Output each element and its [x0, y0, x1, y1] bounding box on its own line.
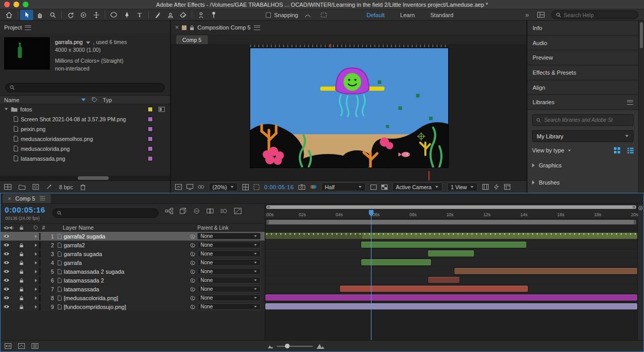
workspace-learn[interactable]: Learn: [400, 12, 414, 18]
layer-lock-toggle[interactable]: [19, 304, 24, 309]
layer-label-chip[interactable]: [39, 268, 40, 275]
layer-label-chip[interactable]: [39, 242, 40, 249]
layer-label-chip[interactable]: [39, 233, 40, 240]
parent-dropdown[interactable]: None: [197, 277, 261, 284]
project-file-row[interactable]: peixin.png: [0, 124, 170, 134]
pickwhip-icon[interactable]: [188, 269, 197, 274]
snapping-checkbox[interactable]: [266, 12, 271, 18]
project-file-row[interactable]: Screen Shot 2021-04-08 at 3.57.39 PM.png: [0, 114, 170, 124]
pickwhip-icon[interactable]: [188, 243, 197, 248]
file-name[interactable]: Screen Shot 2021-04-08 at 3.57.39 PM.png: [21, 116, 145, 122]
panel-audio[interactable]: Audio: [527, 36, 638, 51]
eraser-tool[interactable]: [177, 10, 190, 20]
project-folder-row[interactable]: fotos: [0, 104, 170, 114]
project-bit-depth[interactable]: 8 bpc: [59, 184, 73, 190]
parent-dropdown[interactable]: None: [197, 233, 261, 240]
layer-lock-toggle[interactable]: [19, 287, 24, 292]
zoom-slider[interactable]: [277, 346, 313, 347]
file-label-chip[interactable]: [148, 136, 153, 142]
timeline-tab[interactable]: × Comp 5: [3, 194, 51, 203]
zoom-out-mountain-icon[interactable]: [268, 344, 273, 348]
pickwhip-icon[interactable]: [188, 278, 197, 283]
trash-icon[interactable]: [80, 184, 85, 190]
camera-dropdown[interactable]: Active Camera: [392, 182, 442, 191]
layer-row[interactable]: 3garrafa sugadaNone: [1, 249, 265, 258]
audio-column-icon[interactable]: [9, 226, 14, 230]
library-group-brushes[interactable]: Brushes: [532, 176, 634, 189]
layer-visibility-toggle[interactable]: [3, 243, 10, 247]
pickwhip-icon[interactable]: [188, 295, 197, 301]
layer-name[interactable]: garrafa2 sugada: [64, 233, 188, 240]
parent-dropdown[interactable]: None: [197, 286, 261, 292]
magnification-glass-icon[interactable]: [198, 184, 204, 190]
layer-track-row[interactable]: [265, 276, 637, 285]
layer-visibility-toggle[interactable]: [3, 295, 10, 300]
libraries-search-input[interactable]: [544, 117, 629, 123]
layer-row[interactable]: 8[medusacolorida.png]None: [1, 293, 265, 302]
home-button[interactable]: [3, 10, 16, 20]
lock-column-icon[interactable]: [19, 225, 24, 230]
layer-row[interactable]: 6lataamassada 2None: [1, 276, 265, 285]
layer-track-row[interactable]: [265, 249, 637, 258]
close-window-button[interactable]: [4, 2, 10, 7]
zoom-slider-knob[interactable]: [285, 344, 290, 348]
layer-duration-bar[interactable]: [265, 303, 637, 309]
choose-grid-icon[interactable]: [242, 184, 249, 190]
layer-track-row[interactable]: [265, 241, 637, 249]
project-search-input[interactable]: [18, 85, 160, 91]
roto-brush-tool[interactable]: [194, 10, 207, 20]
layer-visibility-toggle[interactable]: [3, 269, 10, 274]
rotation-tool[interactable]: [64, 10, 77, 20]
new-composition-icon[interactable]: [33, 184, 39, 190]
timeline-search-input[interactable]: [65, 210, 154, 216]
layer-visibility-toggle[interactable]: [3, 234, 10, 238]
lock-icon[interactable]: [190, 25, 194, 31]
draft-3d-icon[interactable]: [180, 208, 187, 214]
close-panel-icon[interactable]: ×: [175, 24, 179, 31]
layer-name[interactable]: garrafa sugada: [64, 251, 188, 257]
column-type[interactable]: Typ: [103, 97, 112, 103]
column-layer-name[interactable]: Layer Name: [55, 224, 188, 231]
time-ruler[interactable]: :00s 02s 04s 06s 08s 10s 12s 14s 16s 18s…: [265, 210, 637, 219]
layer-label-chip[interactable]: [39, 294, 40, 302]
library-selector[interactable]: My Library: [532, 130, 634, 142]
expand-in-out-icon[interactable]: [32, 343, 38, 349]
interpret-footage-icon[interactable]: [4, 184, 11, 190]
panel-menu-icon[interactable]: [254, 25, 260, 30]
layer-duration-bar[interactable]: [428, 277, 460, 283]
selection-tool[interactable]: [20, 10, 33, 20]
composition-tab[interactable]: Comp 5: [176, 35, 208, 44]
camera-orbit-tool[interactable]: [77, 10, 90, 20]
layer-track-row[interactable]: [265, 258, 637, 267]
fast-previews-icon[interactable]: [493, 184, 499, 190]
layer-track-row[interactable]: [265, 302, 637, 311]
layer-label-chip[interactable]: [39, 277, 40, 284]
grid-view-icon[interactable]: [614, 147, 620, 153]
layer-name[interactable]: [medusacolorida.png]: [64, 295, 188, 301]
layer-row[interactable]: 1garrafa2 sugadaNone: [1, 232, 265, 241]
layer-row[interactable]: 5lataamassada 2 sugadaNone: [1, 267, 265, 276]
label-column-icon[interactable]: [92, 97, 97, 103]
project-panel-header[interactable]: Project: [0, 21, 170, 34]
pickwhip-icon[interactable]: [188, 287, 197, 292]
timeline-track-area[interactable]: :00s 02s 04s 06s 08s 10s 12s 14s 16s 18s…: [265, 204, 637, 340]
panel-effects-presets[interactable]: Effects & Presets: [527, 65, 638, 80]
panel-info[interactable]: Info: [527, 21, 638, 36]
comp-button-icon[interactable]: [638, 206, 643, 210]
parent-dropdown[interactable]: None: [197, 259, 261, 266]
layer-expander[interactable]: [33, 261, 39, 265]
zoom-in-mountain-icon[interactable]: [317, 343, 324, 349]
pickwhip-icon[interactable]: [188, 234, 197, 239]
pickwhip-icon[interactable]: [188, 260, 197, 265]
list-view-icon[interactable]: [627, 148, 634, 153]
expand-transfer-controls-icon[interactable]: [18, 343, 25, 349]
layer-duration-bar[interactable]: [340, 286, 528, 292]
layer-visibility-toggle[interactable]: [3, 287, 10, 291]
viewport-timecode[interactable]: 0:00:05:16: [264, 184, 294, 190]
file-name[interactable]: peixin.png: [21, 126, 145, 132]
layer-duration-bar[interactable]: [265, 294, 637, 301]
layer-track-row[interactable]: [265, 285, 637, 293]
main-vertical-scrollbar[interactable]: [638, 21, 644, 193]
chevron-down-icon[interactable]: [86, 41, 90, 44]
project-horizontal-scrollbar[interactable]: [0, 176, 170, 180]
